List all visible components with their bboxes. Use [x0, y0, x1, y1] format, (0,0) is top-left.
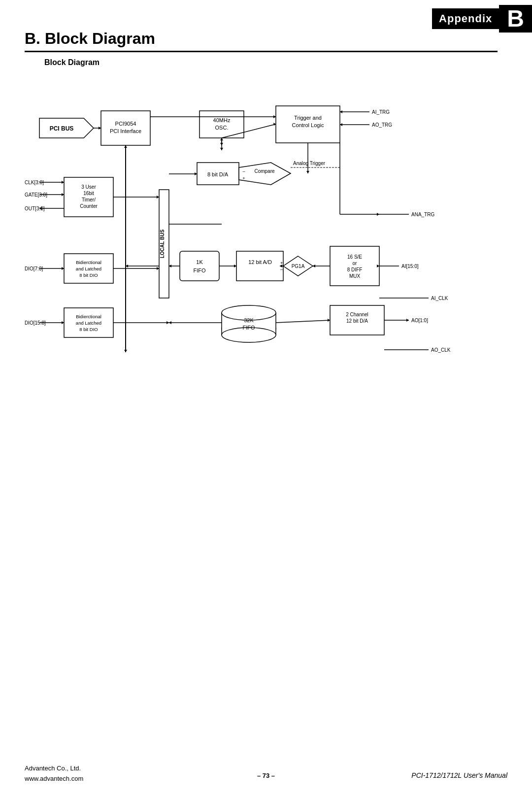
svg-rect-67 — [330, 246, 379, 286]
compare-minus: – — [242, 169, 245, 174]
svg-marker-69 — [313, 265, 315, 267]
svg-rect-55 — [236, 251, 283, 281]
dio-upper-line3: 8 bit DIO — [79, 272, 98, 278]
compare-label: Compare — [254, 168, 275, 174]
compare-plus: + — [242, 176, 245, 181]
fifo-32k-line1: 32K — [244, 317, 254, 323]
mux-line4: MUX — [349, 273, 361, 279]
mux-line2: or — [353, 261, 358, 266]
dio-lower-label: DIO[15:8] — [25, 320, 46, 326]
ai-clk-label: AI_CLK — [431, 296, 448, 301]
pgia-label: PG1A — [292, 264, 305, 269]
pgia-plus: + — [280, 261, 283, 266]
fifo-1k-line1: 1K — [196, 259, 203, 265]
osc-line1: 40MHz — [213, 117, 231, 123]
svg-marker-20 — [124, 350, 127, 352]
ai-15-label: AI[15:0] — [401, 264, 419, 269]
pci9054-line2: PCI Interface — [110, 128, 141, 134]
ai-trg-label: AI_TRG — [372, 109, 390, 115]
svg-marker-79 — [406, 319, 409, 322]
footer-page-number: – 73 – — [257, 772, 275, 779]
fifo-32k-line2: FIFO — [242, 325, 255, 331]
mux-line1: 16 S/E — [347, 254, 362, 260]
local-bus-label: LOCAL BUS — [160, 230, 165, 258]
gate-label: GATE[3:0] — [25, 192, 47, 198]
svg-marker-54 — [169, 321, 171, 324]
fifo-1k-line2: FIFO — [193, 267, 205, 273]
trigger-line2: Control Logic — [292, 122, 324, 128]
analog-trigger-label: Analog Trigger — [293, 161, 326, 166]
ao-trg-label: AO_TRG — [372, 122, 392, 128]
timer-line4: Counter — [80, 203, 98, 209]
dio-lower-line2: and Latched — [76, 320, 101, 326]
page-title: B. Block Diagram — [25, 30, 498, 52]
dio-lower-line1: Bidierctional — [76, 314, 101, 319]
osc-line2: OSC. — [215, 125, 229, 131]
appendix-header: Appendix B — [432, 5, 532, 33]
svg-line-76 — [276, 320, 330, 323]
dac-2ch-line2: 12 bit D/A — [346, 318, 368, 324]
appendix-label: Appendix — [432, 8, 499, 29]
trigger-line1: Trigger and — [294, 115, 322, 121]
ao-1-label: AO[1:0] — [411, 318, 428, 323]
section-heading: Block Diagram — [44, 58, 100, 67]
svg-marker-84 — [306, 171, 309, 173]
svg-rect-44 — [180, 251, 219, 281]
dac-8bit-label: 8 bit D/A — [207, 171, 229, 177]
clk-label: CLK[3:0] — [25, 180, 44, 185]
appendix-letter: B — [499, 5, 532, 33]
pci9054-line1: PCI9054 — [115, 121, 136, 127]
dio-upper-line2: and Latched — [76, 266, 101, 271]
dio-lower-line3: 8 bit DIO — [79, 327, 98, 332]
pci-bus-label: PCI BUS — [50, 125, 74, 132]
dac-2ch-line1: 2 Channel — [346, 312, 368, 317]
timer-line1: 3 User — [81, 184, 96, 190]
timer-line2: 16bit — [83, 191, 94, 196]
footer-manual-title: PCI-1712/1712L User's Manual — [411, 771, 507, 779]
adc-line1: 12 bit A/D — [248, 259, 272, 265]
block-diagram: PCI BUS PCI9054 PCI Interface 40MHz OSC.… — [25, 74, 498, 419]
ao-clk-label: AO_CLK — [431, 347, 451, 353]
pgia-minus: – — [280, 267, 283, 272]
svg-marker-11 — [220, 148, 223, 150]
dio-upper-label: DIO[7:0] — [25, 266, 43, 271]
timer-line3: Timer/ — [82, 197, 96, 202]
mux-line3: 8 DIFF — [347, 267, 363, 272]
ana-trg-label: ANA_TRG — [411, 212, 434, 217]
footer-company: Advantech Co., Ltd. www.advantech.com — [25, 764, 83, 784]
out-label: OUT[3:0] — [25, 206, 45, 211]
svg-marker-43 — [166, 321, 169, 324]
dio-upper-line1: Bidierctional — [76, 260, 101, 265]
